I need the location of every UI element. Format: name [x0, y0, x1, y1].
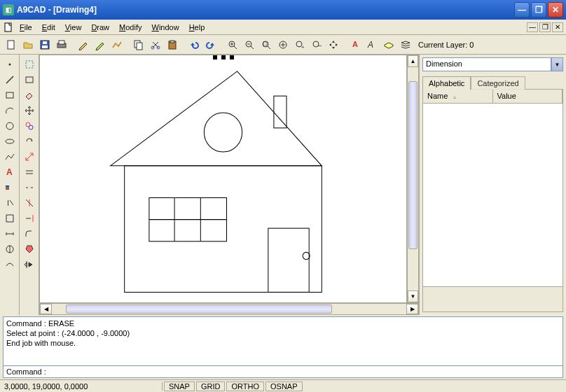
zoom-window-icon[interactable] — [258, 37, 274, 52]
stack-icon[interactable] — [397, 37, 413, 52]
column-name[interactable]: Name — [423, 90, 493, 103]
erase-icon[interactable] — [22, 88, 37, 102]
trim-icon[interactable] — [22, 196, 37, 210]
close-button[interactable]: ✕ — [548, 2, 563, 18]
text-style-icon[interactable]: A — [364, 37, 380, 52]
menu-view[interactable]: View — [61, 22, 86, 33]
menu-window[interactable]: Window — [147, 22, 183, 33]
svg-line-31 — [6, 76, 13, 83]
open-icon[interactable] — [20, 37, 36, 52]
zoom-plus-icon[interactable]: + — [291, 37, 308, 52]
select-icon[interactable] — [22, 57, 37, 71]
svg-point-34 — [6, 139, 14, 144]
drawing-canvas[interactable] — [39, 55, 407, 303]
dimension-icon[interactable] — [2, 227, 18, 241]
scroll-down-icon[interactable]: ▼ — [408, 290, 418, 302]
vscroll-thumb[interactable] — [408, 81, 417, 249]
point-icon[interactable] — [2, 57, 18, 71]
zoom-minus-icon[interactable]: − — [308, 37, 324, 52]
properties-list[interactable] — [423, 104, 562, 286]
combo-dropdown-icon[interactable]: ▼ — [551, 57, 563, 71]
spline-icon[interactable] — [2, 258, 18, 272]
cut-icon[interactable] — [147, 37, 163, 52]
command-log: Command : ERASE Select at point : (-24.0… — [3, 316, 563, 366]
properties-description — [423, 286, 562, 312]
copy-modify-icon[interactable] — [22, 119, 37, 133]
pencil-icon[interactable] — [75, 37, 91, 52]
snap-toggle[interactable]: SNAP — [164, 382, 195, 391]
svg-text:A: A — [367, 40, 373, 50]
osnap-toggle[interactable]: OSNAP — [265, 382, 303, 391]
command-prompt[interactable]: Command : — [4, 366, 49, 377]
zoom-out-icon[interactable] — [241, 37, 257, 52]
minimize-button[interactable]: — — [514, 2, 530, 18]
explode-icon[interactable] — [22, 242, 37, 256]
column-value[interactable]: Value — [493, 90, 563, 103]
print-icon[interactable] — [53, 37, 69, 52]
svg-rect-44 — [26, 61, 33, 68]
paste-icon[interactable] — [164, 37, 180, 52]
polygon-icon[interactable] — [2, 181, 18, 195]
object-type-combo[interactable]: Dimension — [422, 57, 551, 71]
mdi-restore-button[interactable]: ❐ — [539, 22, 551, 32]
line-icon[interactable] — [2, 73, 18, 87]
document-icon[interactable] — [3, 22, 14, 33]
properties-panel: Dimension ▼ Alphabetic Categorized Name … — [419, 55, 566, 315]
circle-icon[interactable] — [2, 119, 18, 133]
draw-toolbar: A I — [0, 55, 20, 315]
text-icon[interactable]: A — [2, 165, 18, 179]
zoom-in-icon[interactable] — [224, 37, 240, 52]
svg-text:A: A — [6, 167, 13, 177]
tab-categorized[interactable]: Categorized — [471, 76, 525, 90]
hatch-icon[interactable] — [2, 211, 18, 225]
ortho-toggle[interactable]: ORTHO — [226, 382, 264, 391]
break-icon[interactable] — [22, 181, 37, 195]
rectangle-icon[interactable] — [2, 88, 18, 102]
menu-modify[interactable]: Modify — [115, 22, 146, 33]
select-rect-icon[interactable] — [22, 73, 37, 87]
zoom-extents-icon[interactable] — [275, 37, 291, 52]
leader-icon[interactable] — [2, 242, 18, 256]
fillet-icon[interactable] — [22, 227, 37, 241]
undo-icon[interactable] — [186, 37, 202, 52]
vertical-scrollbar[interactable]: ▲ ▼ — [407, 55, 419, 303]
scroll-right-icon[interactable]: ▶ — [406, 304, 418, 314]
maximize-button[interactable]: ❐ — [531, 2, 546, 18]
scroll-left-icon[interactable]: ◀ — [40, 304, 52, 314]
horizontal-scrollbar[interactable]: ◀ ▶ — [39, 303, 419, 315]
scroll-up-icon[interactable]: ▲ — [408, 55, 418, 67]
pan-icon[interactable] — [325, 37, 341, 52]
highlighter-icon[interactable] — [92, 37, 108, 52]
copy-icon[interactable] — [130, 37, 146, 52]
layers-tool-icon[interactable] — [380, 37, 396, 52]
polyline-tool-icon[interactable] — [2, 150, 18, 164]
new-icon[interactable] — [3, 37, 19, 52]
polyline-icon[interactable] — [109, 37, 125, 52]
save-icon[interactable] — [36, 37, 53, 52]
svg-rect-12 — [170, 41, 174, 43]
menu-edit[interactable]: Edit — [38, 22, 60, 33]
menu-file[interactable]: File — [15, 22, 36, 33]
offset-icon[interactable] — [22, 165, 37, 179]
image-icon[interactable]: I — [2, 196, 18, 210]
menu-help[interactable]: Help — [185, 22, 209, 33]
svg-rect-63 — [268, 228, 309, 292]
mirror-icon[interactable] — [22, 258, 37, 272]
dim-icon[interactable]: A — [347, 37, 363, 52]
grid-toggle[interactable]: GRID — [196, 382, 226, 391]
rotate-icon[interactable] — [22, 134, 37, 148]
app-title: A9CAD - [Drawing4] — [17, 5, 514, 15]
svg-point-58 — [204, 113, 242, 152]
extend-icon[interactable] — [22, 211, 37, 225]
redo-icon[interactable] — [202, 37, 219, 52]
hscroll-thumb[interactable] — [66, 304, 332, 314]
tab-alphabetic[interactable]: Alphabetic — [422, 76, 471, 90]
move-icon[interactable] — [22, 104, 37, 118]
ellipse-icon[interactable] — [2, 134, 18, 148]
svg-text:+: + — [301, 44, 305, 50]
scale-icon[interactable] — [22, 150, 37, 164]
arc-icon[interactable] — [2, 104, 18, 118]
mdi-minimize-button[interactable]: — — [527, 22, 538, 32]
menu-draw[interactable]: Draw — [87, 22, 113, 33]
mdi-close-button[interactable]: ✕ — [552, 22, 563, 32]
